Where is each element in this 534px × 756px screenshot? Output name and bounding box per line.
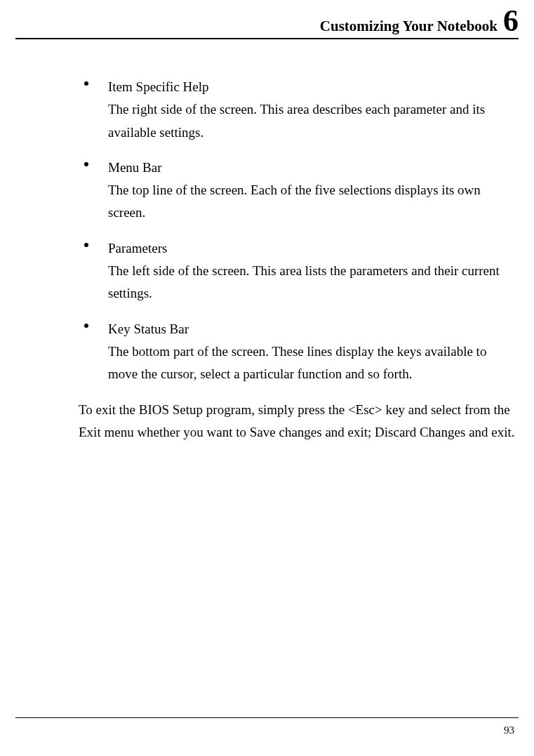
header-divider: [15, 38, 519, 39]
item-title: Parameters: [108, 237, 519, 260]
bullet-icon: [84, 324, 88, 328]
chapter-number: 6: [503, 6, 519, 37]
item-title: Key Status Bar: [108, 318, 519, 340]
item-description: The top line of the screen. Each of the …: [108, 179, 519, 225]
item-description: The left side of the screen. This area l…: [108, 260, 519, 305]
footer-divider: [15, 717, 519, 718]
bullet-icon: [84, 81, 88, 86]
list-item: Item Specific Help The right side of the…: [79, 76, 519, 144]
exit-paragraph: To exit the BIOS Setup program, simply p…: [79, 399, 519, 444]
item-description: The right side of the screen. This area …: [108, 98, 519, 144]
bullet-icon: [84, 243, 88, 247]
page-number: 93: [504, 724, 514, 736]
page-header: Customizing Your Notebook 6: [320, 6, 519, 37]
item-title: Menu Bar: [108, 157, 519, 179]
bullet-icon: [84, 162, 88, 166]
item-title: Item Specific Help: [108, 76, 519, 98]
main-content: Item Specific Help The right side of the…: [79, 76, 519, 444]
list-item: Key Status Bar The bottom part of the sc…: [79, 318, 519, 386]
chapter-title: Customizing Your Notebook: [320, 18, 498, 35]
list-item: Parameters The left side of the screen. …: [79, 237, 519, 305]
item-description: The bottom part of the screen. These lin…: [108, 340, 519, 386]
list-item: Menu Bar The top line of the screen. Eac…: [79, 157, 519, 225]
